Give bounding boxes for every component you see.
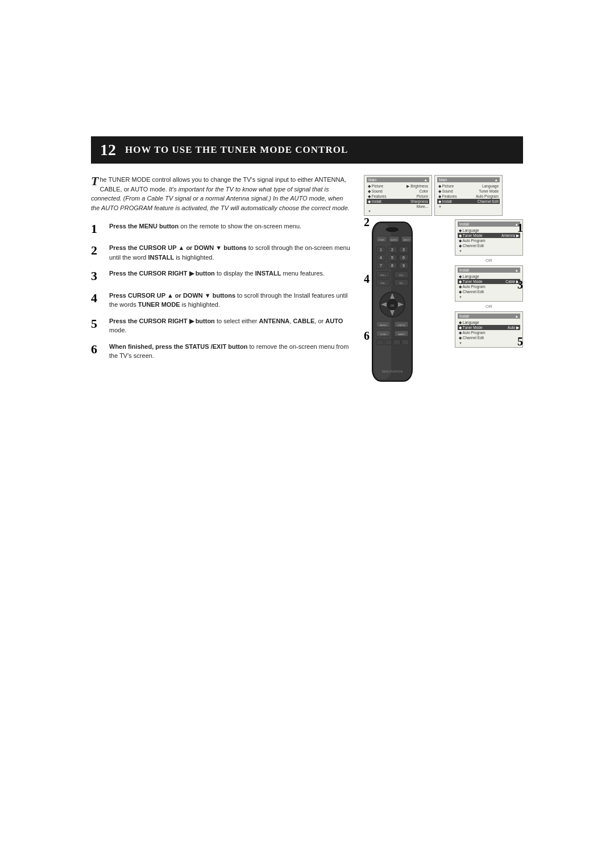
or-label-2: OR	[455, 304, 523, 309]
s4-row3: ◆ Auto Program	[458, 284, 520, 289]
s4-r2-label: ◆ Tuner Mode	[459, 279, 483, 284]
svg-rect-50	[376, 340, 383, 345]
s3-row1: ◆ Language	[458, 228, 520, 233]
s3-r1-label: ◆ Language	[459, 228, 479, 233]
s2-r1-label: ◆ Picture	[438, 184, 454, 189]
s2-r4-label: ◆ Install	[438, 199, 452, 204]
step-4-content: Press CURSOR UP ▲ or DOWN ▼ buttons to s…	[109, 291, 352, 310]
step-5-content: Press the CURSOR RIGHT ▶ button to selec…	[109, 316, 352, 335]
svg-text:9: 9	[403, 264, 405, 268]
s5-title-text: Install	[459, 314, 469, 318]
s1-r4-label: ◆ Install	[368, 199, 381, 204]
svg-text:VOL+: VOL+	[380, 274, 387, 277]
or-label-1: OR	[455, 258, 523, 263]
svg-rect-52	[393, 340, 400, 345]
step-1-number: 1	[91, 222, 105, 236]
right-column: Main ▲ ◆ Picture ▶ Brightness ◆ Sound Co…	[364, 175, 523, 398]
svg-text:GUIDE: GUIDE	[380, 333, 387, 336]
content-area: 12 How to Use the Tuner Mode Control The…	[91, 136, 523, 398]
screen5-title: Install ▲	[458, 314, 520, 319]
s1-r1-val: ▶ Brightness	[406, 184, 428, 189]
s4-title-text: Install	[459, 268, 469, 272]
s2-r2-val: Tuner Mode	[479, 189, 499, 194]
chapter-number: 12	[100, 141, 116, 159]
screen3-title: Install ▲	[458, 222, 520, 227]
screen-mockup-3: Install ▲ ◆ Language ◆ Tuner Mode Antenn…	[455, 219, 523, 256]
s1-r2-val: Color	[419, 189, 428, 194]
s3-nav: ▼	[458, 249, 520, 253]
s3-r3-label: ◆ Auto Program	[459, 239, 486, 243]
step-5: 5 Press the CURSOR RIGHT ▶ button to sel…	[91, 316, 352, 335]
s5-r4-label: ◆ Channel Edit	[459, 336, 484, 340]
s5-row1: ◆ Language	[458, 320, 520, 325]
s3-r4-label: ◆ Channel Edit	[459, 244, 484, 248]
svg-text:MENU: MENU	[380, 324, 387, 327]
s2-row1: ◆ Picture Language	[437, 183, 500, 189]
svg-text:7: 7	[380, 264, 382, 268]
screen-mockup-4: Install ▲ ◆ Language ◆ Tuner Mode Cable …	[455, 265, 523, 302]
s3-r2-label: ◆ Tuner Mode	[459, 233, 483, 238]
svg-rect-51	[385, 340, 392, 345]
svg-text:INPUT: INPUT	[404, 239, 410, 241]
step-1: 1 Press the MENU button on the remote to…	[91, 222, 352, 236]
s5-r1-label: ◆ Language	[459, 320, 479, 325]
s3-nav-down: ▼	[459, 249, 462, 253]
step-6: 6 When finished, press the STATUS /EXIT …	[91, 342, 352, 361]
title-bar: 12 How to Use the Tuner Mode Control	[91, 136, 523, 164]
s4-r4-label: ◆ Channel Edit	[459, 290, 484, 294]
chapter-title: How to Use the Tuner Mode Control	[125, 144, 348, 156]
left-column: The TUNER MODE control allows you to cha…	[91, 175, 352, 398]
s5-r2-val: Auto ▶	[508, 326, 519, 330]
s1-row1: ◆ Picture ▶ Brightness	[367, 183, 429, 189]
s1-r1-label: ◆ Picture	[368, 184, 383, 189]
s2-row4: ◆ Install Channel Edit	[437, 199, 500, 204]
s1-r5-val: More...	[417, 205, 428, 208]
screen-mockup-2: Main ▲ ◆ Picture Language ◆ Sound Tuner …	[434, 175, 503, 216]
s4-r2-val: Cable ▶	[505, 279, 519, 284]
step-3: 3 Press the CURSOR RIGHT ▶ button to dis…	[91, 269, 352, 283]
screen1-title: Main ▲	[367, 177, 429, 182]
s1-r4-val: Sharpness	[410, 199, 428, 204]
intro-body: he TUNER MODE control allows you to chan…	[91, 176, 350, 211]
svg-text:5: 5	[391, 256, 393, 260]
remote-control: PWR MUTE INPUT 1 2 3	[364, 219, 421, 398]
screen4-title: Install ▲	[458, 268, 520, 273]
step-1-content: Press the MENU button on the remote to s…	[109, 222, 301, 231]
remote-area: PWR MUTE INPUT 1 2 3	[364, 219, 523, 398]
s3-r2-val: Antenna ▶	[501, 233, 519, 238]
s2-nav: ▼	[437, 205, 500, 209]
intro-paragraph: The TUNER MODE control allows you to cha…	[91, 175, 352, 212]
s2-r4-val: Channel Edit	[478, 199, 499, 204]
s4-nav-down: ▼	[459, 295, 462, 299]
s5-arrow-up: ▲	[515, 314, 518, 318]
s1-row2: ◆ Sound Color	[367, 189, 429, 194]
s5-nav: ▼	[458, 341, 520, 345]
s3-row3: ◆ Auto Program	[458, 238, 520, 243]
s4-row1: ◆ Language	[458, 274, 520, 279]
s1-row3: ◆ Features Picture	[367, 194, 429, 199]
s4-row2: ◆ Tuner Mode Cable ▶	[458, 279, 520, 284]
right-screens-stack: Install ▲ ◆ Language ◆ Tuner Mode Antenn…	[455, 219, 523, 348]
step-4: 4 Press CURSOR UP ▲ or DOWN ▼ buttons to…	[91, 291, 352, 310]
screen2-title: Main ▲	[437, 177, 500, 182]
svg-text:4: 4	[380, 256, 382, 260]
svg-text:8: 8	[391, 264, 393, 268]
s4-row4: ◆ Channel Edit	[458, 289, 520, 294]
s1-nav-arrow-down: ▼	[368, 210, 371, 213]
svg-text:CH-: CH-	[399, 282, 404, 285]
s2-row2: ◆ Sound Tuner Mode	[437, 189, 500, 194]
svg-text:CH+: CH+	[399, 274, 404, 277]
s2-r3-label: ◆ Features	[438, 194, 457, 199]
svg-text:SMART: SMART	[398, 333, 405, 336]
s4-arrow-up: ▲	[515, 268, 518, 272]
s2-arrow-up: ▲	[495, 178, 498, 182]
step-2: 2 Press the CURSOR UP ▲ or DOWN ▼ button…	[91, 243, 352, 262]
svg-text:PWR: PWR	[379, 239, 384, 241]
step-3-number: 3	[91, 269, 105, 283]
step-2-number: 2	[91, 243, 105, 258]
s5-nav-down: ▼	[459, 341, 462, 345]
drop-cap: T	[91, 175, 98, 187]
screen-mockup-1: Main ▲ ◆ Picture ▶ Brightness ◆ Sound Co…	[364, 175, 432, 216]
s1-row4: ◆ Install Sharpness	[367, 199, 429, 204]
page: 12 How to Use the Tuner Mode Control The…	[0, 0, 614, 868]
